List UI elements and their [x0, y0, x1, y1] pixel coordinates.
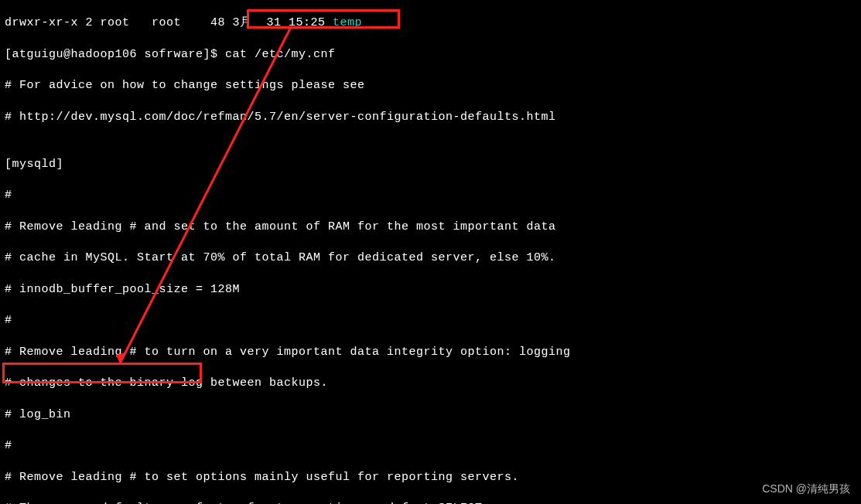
- file-line: # http://dev.mysql.com/doc/refman/5.7/en…: [5, 110, 856, 125]
- file-line: # cache in MySQL. Start at 70% of total …: [5, 250, 856, 266]
- file-line: #: [5, 438, 856, 454]
- file-line: # For advice on how to change settings p…: [5, 78, 856, 94]
- watermark-text: CSDN @清纯男孩: [762, 482, 850, 496]
- file-line: # innodb_buffer_pool_size = 128M: [5, 282, 856, 298]
- file-line: # Remove leading # to turn on a very imp…: [5, 345, 856, 360]
- prompt-line-1: [atguigu@hadoop106 sofrware]$ cat /etc/m…: [5, 47, 856, 63]
- terminal-output[interactable]: drwxr-xr-x 2 root root 48 3月 31 15:25 te…: [0, 0, 861, 504]
- file-line: # Remove leading # to set options mainly…: [5, 470, 856, 485]
- prompt-prefix: [atguigu@hadoop106 sofrware]$: [5, 48, 225, 61]
- file-line: # Remove leading # and set to the amount…: [5, 220, 856, 235]
- file-line: # changes to the binary log between back…: [5, 376, 856, 391]
- ls-output-partial: drwxr-xr-x 2 root root 48 3月 31 15:25 te…: [5, 15, 856, 31]
- file-line: #: [5, 313, 856, 329]
- file-line: # log_bin: [5, 407, 856, 423]
- file-line: [mysqld]: [5, 157, 856, 172]
- command-text: cat /etc/my.cnf: [225, 48, 336, 61]
- file-line: # The server defaults are faster for tra…: [5, 501, 856, 504]
- file-line: #: [5, 188, 856, 203]
